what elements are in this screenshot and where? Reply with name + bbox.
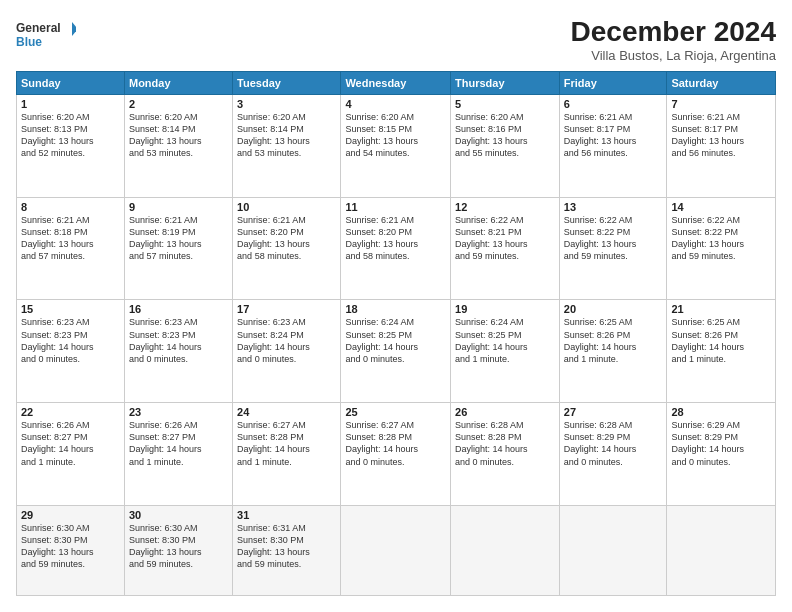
day-info: Sunrise: 6:24 AM Sunset: 8:25 PM Dayligh…: [455, 316, 555, 365]
calendar-week-row: 29Sunrise: 6:30 AM Sunset: 8:30 PM Dayli…: [17, 505, 776, 595]
day-info: Sunrise: 6:21 AM Sunset: 8:20 PM Dayligh…: [345, 214, 446, 263]
calendar-table: Sunday Monday Tuesday Wednesday Thursday…: [16, 71, 776, 596]
calendar-cell: 4Sunrise: 6:20 AM Sunset: 8:15 PM Daylig…: [341, 95, 451, 198]
calendar-cell: 10Sunrise: 6:21 AM Sunset: 8:20 PM Dayli…: [233, 197, 341, 300]
logo: General Blue: [16, 16, 76, 56]
month-title: December 2024: [571, 16, 776, 48]
svg-text:Blue: Blue: [16, 35, 42, 49]
calendar-cell: 11Sunrise: 6:21 AM Sunset: 8:20 PM Dayli…: [341, 197, 451, 300]
calendar-cell: 12Sunrise: 6:22 AM Sunset: 8:21 PM Dayli…: [451, 197, 560, 300]
day-number: 22: [21, 406, 120, 418]
day-info: Sunrise: 6:26 AM Sunset: 8:27 PM Dayligh…: [129, 419, 228, 468]
location-subtitle: Villa Bustos, La Rioja, Argentina: [571, 48, 776, 63]
day-number: 14: [671, 201, 771, 213]
day-number: 5: [455, 98, 555, 110]
day-number: 28: [671, 406, 771, 418]
col-friday: Friday: [559, 72, 667, 95]
col-monday: Monday: [124, 72, 232, 95]
calendar-week-row: 1Sunrise: 6:20 AM Sunset: 8:13 PM Daylig…: [17, 95, 776, 198]
day-info: Sunrise: 6:20 AM Sunset: 8:14 PM Dayligh…: [129, 111, 228, 160]
day-info: Sunrise: 6:21 AM Sunset: 8:19 PM Dayligh…: [129, 214, 228, 263]
calendar-cell: 29Sunrise: 6:30 AM Sunset: 8:30 PM Dayli…: [17, 505, 125, 595]
day-number: 12: [455, 201, 555, 213]
day-number: 7: [671, 98, 771, 110]
day-info: Sunrise: 6:22 AM Sunset: 8:21 PM Dayligh…: [455, 214, 555, 263]
col-saturday: Saturday: [667, 72, 776, 95]
calendar-cell: 13Sunrise: 6:22 AM Sunset: 8:22 PM Dayli…: [559, 197, 667, 300]
calendar-week-row: 8Sunrise: 6:21 AM Sunset: 8:18 PM Daylig…: [17, 197, 776, 300]
day-info: Sunrise: 6:21 AM Sunset: 8:18 PM Dayligh…: [21, 214, 120, 263]
calendar-cell: 20Sunrise: 6:25 AM Sunset: 8:26 PM Dayli…: [559, 300, 667, 403]
calendar-cell: 28Sunrise: 6:29 AM Sunset: 8:29 PM Dayli…: [667, 403, 776, 506]
title-block: December 2024 Villa Bustos, La Rioja, Ar…: [571, 16, 776, 63]
day-info: Sunrise: 6:26 AM Sunset: 8:27 PM Dayligh…: [21, 419, 120, 468]
day-info: Sunrise: 6:21 AM Sunset: 8:20 PM Dayligh…: [237, 214, 336, 263]
calendar-cell: 17Sunrise: 6:23 AM Sunset: 8:24 PM Dayli…: [233, 300, 341, 403]
day-number: 31: [237, 509, 336, 521]
calendar-cell: 26Sunrise: 6:28 AM Sunset: 8:28 PM Dayli…: [451, 403, 560, 506]
day-info: Sunrise: 6:24 AM Sunset: 8:25 PM Dayligh…: [345, 316, 446, 365]
day-info: Sunrise: 6:27 AM Sunset: 8:28 PM Dayligh…: [345, 419, 446, 468]
calendar-cell: 16Sunrise: 6:23 AM Sunset: 8:23 PM Dayli…: [124, 300, 232, 403]
day-info: Sunrise: 6:25 AM Sunset: 8:26 PM Dayligh…: [671, 316, 771, 365]
calendar-week-row: 22Sunrise: 6:26 AM Sunset: 8:27 PM Dayli…: [17, 403, 776, 506]
logo-svg: General Blue: [16, 16, 76, 56]
day-info: Sunrise: 6:25 AM Sunset: 8:26 PM Dayligh…: [564, 316, 663, 365]
day-number: 20: [564, 303, 663, 315]
calendar-cell: 21Sunrise: 6:25 AM Sunset: 8:26 PM Dayli…: [667, 300, 776, 403]
day-number: 19: [455, 303, 555, 315]
calendar-cell: 23Sunrise: 6:26 AM Sunset: 8:27 PM Dayli…: [124, 403, 232, 506]
calendar-header-row: Sunday Monday Tuesday Wednesday Thursday…: [17, 72, 776, 95]
calendar-cell: [667, 505, 776, 595]
svg-marker-2: [72, 22, 76, 36]
calendar-cell: 25Sunrise: 6:27 AM Sunset: 8:28 PM Dayli…: [341, 403, 451, 506]
day-number: 13: [564, 201, 663, 213]
day-number: 2: [129, 98, 228, 110]
calendar-cell: 2Sunrise: 6:20 AM Sunset: 8:14 PM Daylig…: [124, 95, 232, 198]
day-number: 21: [671, 303, 771, 315]
day-info: Sunrise: 6:20 AM Sunset: 8:13 PM Dayligh…: [21, 111, 120, 160]
day-info: Sunrise: 6:28 AM Sunset: 8:29 PM Dayligh…: [564, 419, 663, 468]
day-info: Sunrise: 6:23 AM Sunset: 8:23 PM Dayligh…: [21, 316, 120, 365]
calendar-cell: 1Sunrise: 6:20 AM Sunset: 8:13 PM Daylig…: [17, 95, 125, 198]
day-info: Sunrise: 6:21 AM Sunset: 8:17 PM Dayligh…: [671, 111, 771, 160]
calendar-cell: [559, 505, 667, 595]
calendar-cell: 3Sunrise: 6:20 AM Sunset: 8:14 PM Daylig…: [233, 95, 341, 198]
day-info: Sunrise: 6:31 AM Sunset: 8:30 PM Dayligh…: [237, 522, 336, 571]
day-info: Sunrise: 6:23 AM Sunset: 8:23 PM Dayligh…: [129, 316, 228, 365]
calendar-cell: 7Sunrise: 6:21 AM Sunset: 8:17 PM Daylig…: [667, 95, 776, 198]
day-number: 26: [455, 406, 555, 418]
day-info: Sunrise: 6:23 AM Sunset: 8:24 PM Dayligh…: [237, 316, 336, 365]
day-number: 1: [21, 98, 120, 110]
day-info: Sunrise: 6:20 AM Sunset: 8:16 PM Dayligh…: [455, 111, 555, 160]
calendar-cell: 31Sunrise: 6:31 AM Sunset: 8:30 PM Dayli…: [233, 505, 341, 595]
day-number: 24: [237, 406, 336, 418]
calendar-cell: 9Sunrise: 6:21 AM Sunset: 8:19 PM Daylig…: [124, 197, 232, 300]
col-tuesday: Tuesday: [233, 72, 341, 95]
day-number: 15: [21, 303, 120, 315]
col-wednesday: Wednesday: [341, 72, 451, 95]
day-number: 4: [345, 98, 446, 110]
day-number: 9: [129, 201, 228, 213]
day-info: Sunrise: 6:20 AM Sunset: 8:14 PM Dayligh…: [237, 111, 336, 160]
calendar-cell: 14Sunrise: 6:22 AM Sunset: 8:22 PM Dayli…: [667, 197, 776, 300]
day-info: Sunrise: 6:21 AM Sunset: 8:17 PM Dayligh…: [564, 111, 663, 160]
day-number: 29: [21, 509, 120, 521]
svg-text:General: General: [16, 21, 61, 35]
day-number: 25: [345, 406, 446, 418]
day-number: 8: [21, 201, 120, 213]
calendar-cell: [341, 505, 451, 595]
day-number: 30: [129, 509, 228, 521]
calendar-cell: 15Sunrise: 6:23 AM Sunset: 8:23 PM Dayli…: [17, 300, 125, 403]
day-info: Sunrise: 6:22 AM Sunset: 8:22 PM Dayligh…: [564, 214, 663, 263]
calendar-cell: 22Sunrise: 6:26 AM Sunset: 8:27 PM Dayli…: [17, 403, 125, 506]
day-number: 16: [129, 303, 228, 315]
calendar-cell: 19Sunrise: 6:24 AM Sunset: 8:25 PM Dayli…: [451, 300, 560, 403]
calendar-cell: [451, 505, 560, 595]
calendar-week-row: 15Sunrise: 6:23 AM Sunset: 8:23 PM Dayli…: [17, 300, 776, 403]
day-number: 18: [345, 303, 446, 315]
header: General Blue December 2024 Villa Bustos,…: [16, 16, 776, 63]
calendar-cell: 6Sunrise: 6:21 AM Sunset: 8:17 PM Daylig…: [559, 95, 667, 198]
day-number: 6: [564, 98, 663, 110]
col-thursday: Thursday: [451, 72, 560, 95]
